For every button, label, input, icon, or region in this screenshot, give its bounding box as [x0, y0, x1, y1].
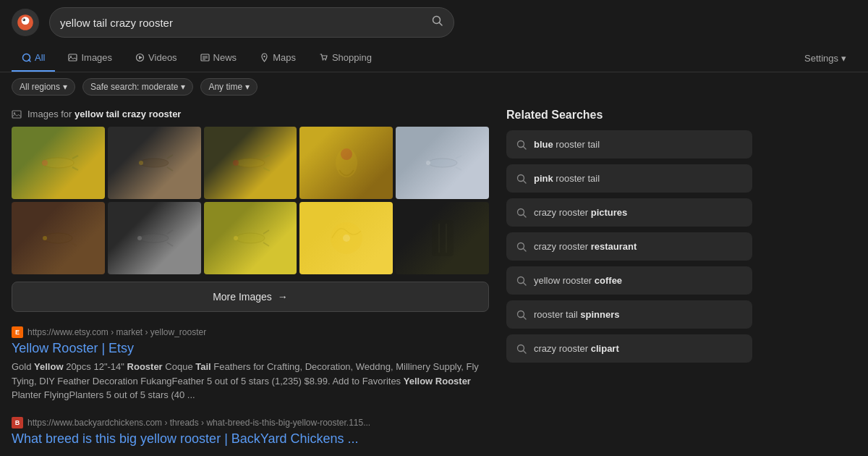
- search-icon: [516, 310, 527, 320]
- svg-line-5: [440, 23, 443, 26]
- search-icon: [516, 208, 527, 218]
- logo[interactable]: [12, 9, 39, 36]
- svg-line-51: [524, 282, 527, 285]
- result-title-backyard[interactable]: What breed is this big yellow rooster | …: [12, 431, 489, 447]
- image-cell[interactable]: [108, 202, 201, 274]
- search-icon: [432, 15, 443, 27]
- chevron-down-icon: ▾: [841, 53, 846, 64]
- svg-point-20: [14, 112, 15, 114]
- search-input[interactable]: [60, 17, 432, 29]
- related-item-blue-rooster-tail[interactable]: blue rooster tail: [506, 130, 752, 159]
- svg-rect-39: [432, 220, 454, 256]
- svg-point-16: [263, 56, 265, 57]
- related-item-crazy-rooster-restaurant[interactable]: crazy rooster restaurant: [506, 232, 752, 261]
- search-button[interactable]: [432, 15, 443, 30]
- chevron-down-icon: ▾: [63, 82, 67, 92]
- svg-line-49: [524, 248, 527, 251]
- svg-line-43: [524, 146, 527, 149]
- svg-point-32: [43, 236, 47, 240]
- lure-image-1: [36, 153, 80, 173]
- more-images-button[interactable]: More Images →: [12, 282, 489, 312]
- maps-icon: [260, 53, 269, 62]
- main-layout: Images for yellow tail crazy rooster: [0, 101, 868, 456]
- shopping-icon: [319, 53, 328, 62]
- search-result-etsy: E https://www.etsy.com › market › yellow…: [12, 326, 489, 402]
- svg-point-36: [234, 236, 238, 240]
- svg-point-26: [233, 160, 239, 166]
- related-item-crazy-rooster-clipart[interactable]: crazy rooster clipart: [506, 334, 752, 363]
- tab-videos[interactable]: Videos: [125, 45, 187, 72]
- svg-point-17: [322, 59, 323, 61]
- lure-image-3: [229, 153, 272, 173]
- image-cell[interactable]: [204, 127, 297, 199]
- svg-point-34: [137, 236, 142, 240]
- header: [0, 0, 868, 45]
- svg-point-30: [426, 161, 430, 165]
- svg-line-47: [524, 214, 527, 217]
- search-result-backyard: B https://www.backyardchickens.com › thr…: [12, 417, 489, 447]
- svg-point-1: [22, 17, 30, 25]
- images-heading-text: Images for yellow tail crazy rooster: [27, 109, 181, 119]
- svg-point-38: [343, 235, 350, 242]
- search-icon: [516, 140, 527, 150]
- image-cell[interactable]: [299, 202, 393, 274]
- videos-icon: [135, 53, 145, 62]
- image-grid: [12, 127, 489, 274]
- image-cell[interactable]: [12, 127, 105, 199]
- svg-point-29: [428, 159, 457, 167]
- filter-safesearch[interactable]: Safe search: moderate ▾: [82, 78, 193, 96]
- filter-regions[interactable]: All regions ▾: [12, 78, 75, 96]
- chevron-down-icon: ▾: [245, 82, 250, 92]
- svg-point-25: [236, 159, 265, 167]
- content-area: Images for yellow tail crazy rooster: [12, 109, 489, 456]
- lure-image-8: [229, 228, 272, 248]
- svg-line-55: [524, 350, 527, 353]
- svg-rect-8: [69, 54, 77, 61]
- result-snippet-etsy: Gold Yellow 20pcs 12"-14" Rooster Coque …: [12, 360, 489, 402]
- tab-shopping[interactable]: Shopping: [309, 45, 382, 72]
- result-favicon: E: [12, 326, 23, 338]
- result-title-etsy[interactable]: Yellow Rooster | Etsy: [12, 341, 489, 356]
- search-icon: [516, 242, 527, 252]
- image-cell[interactable]: [396, 202, 489, 274]
- tab-all[interactable]: All: [12, 45, 55, 72]
- lure-image-2: [132, 153, 176, 173]
- svg-point-28: [341, 148, 352, 160]
- svg-point-23: [140, 159, 169, 167]
- image-cell[interactable]: [299, 127, 393, 199]
- sidebar: Related Searches blue rooster tail pink …: [506, 109, 752, 456]
- tab-maps[interactable]: Maps: [250, 45, 306, 72]
- lure-image-6: [36, 228, 80, 248]
- related-item-rooster-tail-spinners[interactable]: rooster tail spinners: [506, 300, 752, 329]
- related-item-pink-rooster-tail[interactable]: pink rooster tail: [506, 164, 752, 193]
- svg-point-2: [22, 19, 25, 22]
- result-favicon-2: B: [12, 417, 23, 428]
- search-bar[interactable]: [49, 7, 454, 38]
- all-icon: [22, 53, 31, 62]
- svg-rect-19: [12, 111, 21, 118]
- result-source: E https://www.etsy.com › market › yellow…: [12, 326, 489, 338]
- related-item-yellow-rooster-coffee[interactable]: yellow rooster coffee: [506, 266, 752, 295]
- related-item-crazy-rooster-pictures[interactable]: crazy rooster pictures: [506, 198, 752, 227]
- search-icon: [516, 174, 527, 184]
- svg-point-18: [325, 59, 326, 61]
- nav-tabs: All Images Videos News Maps: [0, 45, 868, 72]
- news-icon: [200, 53, 210, 62]
- settings-tab[interactable]: Settings ▾: [794, 46, 856, 71]
- image-cell[interactable]: [204, 202, 297, 274]
- tab-images[interactable]: Images: [58, 45, 122, 72]
- chevron-down-icon: ▾: [181, 82, 185, 92]
- tab-news[interactable]: News: [190, 45, 247, 72]
- filter-time[interactable]: Any time ▾: [200, 78, 258, 96]
- image-cell[interactable]: [108, 127, 201, 199]
- image-cell[interactable]: [396, 127, 489, 199]
- image-heading-icon: [12, 109, 22, 119]
- images-heading: Images for yellow tail crazy rooster: [12, 109, 489, 119]
- svg-line-45: [524, 180, 527, 183]
- svg-point-24: [139, 161, 143, 165]
- svg-point-22: [42, 160, 48, 166]
- image-cell[interactable]: [12, 202, 105, 274]
- svg-point-35: [236, 233, 265, 243]
- search-icon: [516, 344, 527, 354]
- result-source-2: B https://www.backyardchickens.com › thr…: [12, 417, 489, 428]
